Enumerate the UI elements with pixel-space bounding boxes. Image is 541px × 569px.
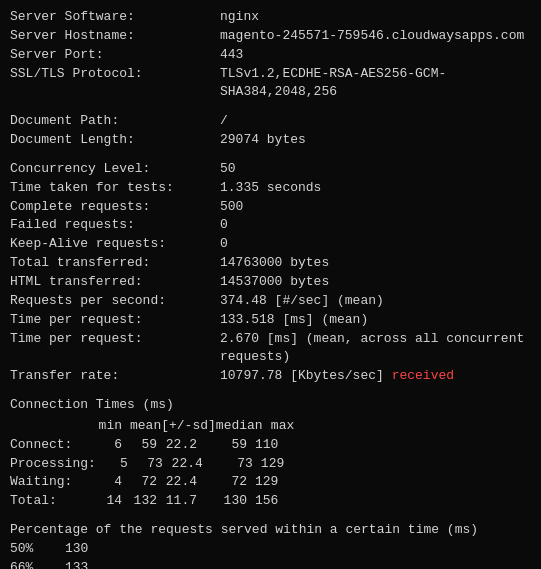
keepalive-row: Keep-Alive requests: 0 bbox=[10, 235, 531, 254]
transfer-rate-received: received bbox=[392, 368, 454, 383]
conn-waiting-median: 72 bbox=[205, 473, 255, 492]
conn-connect-row: Connect: 6 59 22.2 59 110 bbox=[10, 436, 531, 455]
time-taken-row: Time taken for tests: 1.335 seconds bbox=[10, 179, 531, 198]
total-transferred-row: Total transferred: 14763000 bytes bbox=[10, 254, 531, 273]
col-max-header: max bbox=[271, 417, 294, 436]
doc-length-value: 29074 bytes bbox=[220, 131, 306, 150]
doc-path-label: Document Path: bbox=[10, 112, 220, 131]
keepalive-value: 0 bbox=[220, 235, 228, 254]
conn-processing-median: 73 bbox=[211, 455, 261, 474]
tpr2-row: Time per request: 2.670 [ms] (mean, acro… bbox=[10, 330, 531, 368]
transfer-rate-value: 10797.78 [Kbytes/sec] received bbox=[220, 367, 454, 386]
failed-requests-value: 0 bbox=[220, 216, 228, 235]
conn-processing-label: Processing: bbox=[10, 455, 96, 474]
rps-label: Requests per second: bbox=[10, 292, 220, 311]
conn-table-header-row: min mean[+/-sd] median max bbox=[10, 417, 531, 436]
col-label-header bbox=[10, 417, 90, 436]
tpr2-label: Time per request: bbox=[10, 330, 220, 368]
transfer-rate-number: 10797.78 [Kbytes/sec] bbox=[220, 368, 392, 383]
ssl-protocol-row: SSL/TLS Protocol: TLSv1.2,ECDHE-RSA-AES2… bbox=[10, 65, 531, 103]
conn-connect-label: Connect: bbox=[10, 436, 90, 455]
conn-waiting-label: Waiting: bbox=[10, 473, 90, 492]
server-port-value: 443 bbox=[220, 46, 243, 65]
concurrency-row: Concurrency Level: 50 bbox=[10, 160, 531, 179]
concurrency-label: Concurrency Level: bbox=[10, 160, 220, 179]
server-software-label: Server Software: bbox=[10, 8, 220, 27]
ssl-protocol-label: SSL/TLS Protocol: bbox=[10, 65, 220, 103]
conn-connect-median: 59 bbox=[205, 436, 255, 455]
conn-connect-sd: 22.2 bbox=[165, 436, 205, 455]
complete-requests-row: Complete requests: 500 bbox=[10, 198, 531, 217]
percentages-section: Percentage of the requests served within… bbox=[10, 521, 531, 569]
conn-total-sd: 11.7 bbox=[165, 492, 205, 511]
col-median-header: median bbox=[216, 417, 271, 436]
conn-waiting-max: 129 bbox=[255, 473, 278, 492]
col-min-header: min bbox=[90, 417, 130, 436]
pct-label: 50% bbox=[10, 540, 65, 559]
server-hostname-value: magento-245571-759546.cloudwaysapps.com bbox=[220, 27, 524, 46]
conn-times-label: Connection Times (ms) bbox=[10, 396, 174, 415]
pct-row: 66%133 bbox=[10, 559, 531, 569]
html-transferred-label: HTML transferred: bbox=[10, 273, 220, 292]
conn-processing-row: Processing: 5 73 22.4 73 129 bbox=[10, 455, 531, 474]
conn-total-median: 130 bbox=[205, 492, 255, 511]
conn-processing-mean: 73 bbox=[136, 455, 171, 474]
doc-path-value: / bbox=[220, 112, 228, 131]
time-taken-value: 1.335 seconds bbox=[220, 179, 321, 198]
ssl-protocol-value: TLSv1.2,ECDHE-RSA-AES256-GCM-SHA384,2048… bbox=[220, 65, 531, 103]
server-software-row: Server Software: nginx bbox=[10, 8, 531, 27]
conn-waiting-mean: 72 bbox=[130, 473, 165, 492]
col-mean-header: mean[+/-sd] bbox=[130, 417, 216, 436]
complete-requests-value: 500 bbox=[220, 198, 243, 217]
keepalive-label: Keep-Alive requests: bbox=[10, 235, 220, 254]
rps-row: Requests per second: 374.48 [#/sec] (mea… bbox=[10, 292, 531, 311]
transfer-rate-label: Transfer rate: bbox=[10, 367, 220, 386]
html-transferred-row: HTML transferred: 14537000 bytes bbox=[10, 273, 531, 292]
pct-row: 50%130 bbox=[10, 540, 531, 559]
total-transferred-value: 14763000 bytes bbox=[220, 254, 329, 273]
conn-waiting-row: Waiting: 4 72 22.4 72 129 bbox=[10, 473, 531, 492]
tpr1-row: Time per request: 133.518 [ms] (mean) bbox=[10, 311, 531, 330]
tpr2-value: 2.670 [ms] (mean, across all concurrent … bbox=[220, 330, 531, 368]
conn-total-mean: 132 bbox=[130, 492, 165, 511]
tpr1-value: 133.518 [ms] (mean) bbox=[220, 311, 368, 330]
connection-times-table: min mean[+/-sd] median max Connect: 6 59… bbox=[10, 417, 531, 511]
server-hostname-label: Server Hostname: bbox=[10, 27, 220, 46]
total-transferred-label: Total transferred: bbox=[10, 254, 220, 273]
concurrency-value: 50 bbox=[220, 160, 236, 179]
conn-total-label: Total: bbox=[10, 492, 90, 511]
doc-length-label: Document Length: bbox=[10, 131, 220, 150]
pct-header: Percentage of the requests served within… bbox=[10, 521, 531, 540]
failed-requests-label: Failed requests: bbox=[10, 216, 220, 235]
conn-connect-min: 6 bbox=[90, 436, 130, 455]
server-software-value: nginx bbox=[220, 8, 259, 27]
html-transferred-value: 14537000 bytes bbox=[220, 273, 329, 292]
conn-times-header: Connection Times (ms) bbox=[10, 396, 531, 415]
conn-total-max: 156 bbox=[255, 492, 278, 511]
conn-processing-min: 5 bbox=[96, 455, 136, 474]
conn-connect-max: 110 bbox=[255, 436, 278, 455]
pct-label: 66% bbox=[10, 559, 65, 569]
conn-waiting-sd: 22.4 bbox=[165, 473, 205, 492]
doc-length-row: Document Length: 29074 bytes bbox=[10, 131, 531, 150]
terminal-output: Server Software: nginx Server Hostname: … bbox=[10, 8, 531, 569]
failed-requests-row: Failed requests: 0 bbox=[10, 216, 531, 235]
doc-path-row: Document Path: / bbox=[10, 112, 531, 131]
server-port-row: Server Port: 443 bbox=[10, 46, 531, 65]
pct-rows-container: 50%13066%13375%13680%13690%15395%15598%1… bbox=[10, 540, 531, 569]
transfer-rate-row: Transfer rate: 10797.78 [Kbytes/sec] rec… bbox=[10, 367, 531, 386]
rps-value: 374.48 [#/sec] (mean) bbox=[220, 292, 384, 311]
conn-total-row: Total: 14 132 11.7 130 156 bbox=[10, 492, 531, 511]
tpr1-label: Time per request: bbox=[10, 311, 220, 330]
pct-value: 133 bbox=[65, 559, 88, 569]
server-port-label: Server Port: bbox=[10, 46, 220, 65]
conn-processing-sd: 22.4 bbox=[171, 455, 211, 474]
server-hostname-row: Server Hostname: magento-245571-759546.c… bbox=[10, 27, 531, 46]
pct-value: 130 bbox=[65, 540, 88, 559]
conn-connect-mean: 59 bbox=[130, 436, 165, 455]
conn-total-min: 14 bbox=[90, 492, 130, 511]
time-taken-label: Time taken for tests: bbox=[10, 179, 220, 198]
conn-processing-max: 129 bbox=[261, 455, 284, 474]
complete-requests-label: Complete requests: bbox=[10, 198, 220, 217]
conn-waiting-min: 4 bbox=[90, 473, 130, 492]
